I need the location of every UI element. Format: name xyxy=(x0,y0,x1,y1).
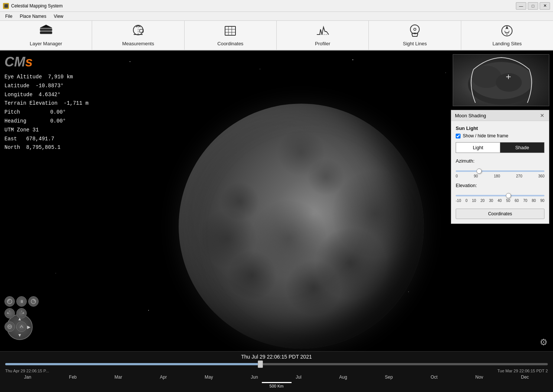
latitude-label: Latitude xyxy=(4,82,29,91)
azimuth-tick-180: 180 xyxy=(494,174,500,178)
month-sep: Sep xyxy=(385,375,393,380)
timeline-center-time: Thu Jul 29 22:06:15 PDT 2021 xyxy=(0,352,553,360)
menu-view[interactable]: View xyxy=(50,13,67,20)
show-hide-checkbox[interactable] xyxy=(456,134,461,138)
tilt-right-button[interactable] xyxy=(28,296,39,307)
moon-container xyxy=(179,104,424,349)
month-jun: Jun xyxy=(251,375,258,380)
el-tick-3: 10 xyxy=(472,199,476,203)
elevation-slider[interactable] xyxy=(456,195,544,196)
latitude-row: Latitude -10.8873° xyxy=(4,82,88,91)
timeline-area: Thu Jul 29 22:06:15 PDT 2021 Thu Apr 29 … xyxy=(0,351,553,392)
settings-gear-button[interactable]: ⚙ xyxy=(540,337,548,347)
move-up-button[interactable] xyxy=(16,321,27,332)
azimuth-tick-90: 90 xyxy=(474,174,478,178)
timeline-end-date: Tue Mar 29 22:06:15 PDT 2 xyxy=(497,369,548,373)
svg-point-19 xyxy=(130,61,130,62)
terrain-value: -1,711 m xyxy=(64,99,88,108)
cms-s-letter: s xyxy=(25,54,33,69)
show-hide-label: Show / hide time frame xyxy=(463,133,508,138)
cms-m-letter: M xyxy=(14,54,25,69)
timeline-months: Jan Feb Mar Apr May Jun Jul Aug Sep Oct … xyxy=(0,374,553,380)
azimuth-section: Azimuth: 0 90 180 270 360 xyxy=(456,158,544,178)
longitude-row: Longitude 4.6342° xyxy=(4,91,88,99)
title-bar-controls: — □ ✕ xyxy=(516,2,550,10)
panel-title: Moon Shading xyxy=(455,113,486,118)
el-tick-8: 60 xyxy=(515,199,519,203)
profiler-icon xyxy=(315,24,330,39)
toolbar-landing-sites[interactable]: Landing Sites xyxy=(461,21,553,50)
close-button[interactable]: ✕ xyxy=(540,2,550,10)
measurements-icon xyxy=(131,24,146,39)
panel-coordinates-button[interactable]: Coordinates xyxy=(456,209,544,219)
timeline-start-date: Thu Apr 29 22:06:15 P... xyxy=(5,369,49,373)
timeline-track xyxy=(5,360,548,368)
window-title: Celestial Mapping System xyxy=(11,3,63,9)
svg-point-22 xyxy=(445,72,446,73)
month-dec: Dec xyxy=(521,375,529,380)
shade-button[interactable]: Shade xyxy=(500,142,544,153)
toolbar-measurements[interactable]: Measurements xyxy=(92,21,184,50)
main-area: CMs Eye Altitude 7,910 km Latitude -10.8… xyxy=(0,50,553,392)
elevation-section: Elevation: -10 0 10 20 30 40 50 60 70 80… xyxy=(456,183,544,203)
tilt-left-button[interactable] xyxy=(4,296,15,307)
toolbar: Layer Manager Measurements Coordinates xyxy=(0,21,553,50)
nav-right-arrow[interactable]: ▶ xyxy=(27,324,30,330)
azimuth-slider[interactable] xyxy=(456,170,544,172)
light-button[interactable]: Light xyxy=(456,142,500,153)
timeline-bottom: 500 Km xyxy=(0,380,553,390)
panel-close-button[interactable]: ✕ xyxy=(539,112,545,118)
toolbar-sight-lines[interactable]: Sight Lines xyxy=(369,21,461,50)
shading-panel: Moon Shading ✕ Sun Light Show / hide tim… xyxy=(451,110,549,224)
title-bar: ⬛ Celestial Mapping System — □ ✕ xyxy=(0,0,553,12)
svg-point-13 xyxy=(410,25,419,34)
toolbar-profiler[interactable]: Profiler xyxy=(277,21,369,50)
minimize-button[interactable]: — xyxy=(516,2,526,10)
azimuth-label: Azimuth: xyxy=(456,158,544,164)
svg-rect-0 xyxy=(40,32,52,34)
toolbar-coordinates[interactable]: Coordinates xyxy=(185,21,277,50)
rotate-right-button[interactable] xyxy=(16,308,27,318)
toolbar-layer-manager[interactable]: Layer Manager xyxy=(0,21,92,50)
pitch-label: Pitch xyxy=(4,108,38,117)
maximize-button[interactable]: □ xyxy=(528,2,538,10)
month-feb: Feb xyxy=(69,375,77,380)
el-tick-6: 40 xyxy=(498,199,502,203)
el-tick-5: 30 xyxy=(489,199,493,203)
eye-altitude-label: Eye Altitude xyxy=(4,73,42,82)
menu-file[interactable]: File xyxy=(1,13,16,20)
longitude-label: Longitude xyxy=(4,91,33,99)
timeline-bar[interactable] xyxy=(5,363,548,365)
svg-point-26 xyxy=(148,310,149,311)
heading-value: 0.00° xyxy=(50,117,66,126)
utm-row: UTM Zone 31 xyxy=(4,126,88,135)
month-oct: Oct xyxy=(430,375,437,380)
eye-altitude-value: 7,910 km xyxy=(48,73,73,82)
east-row: East 678,491.7 xyxy=(4,135,88,144)
info-panel: Eye Altitude 7,910 km Latitude -10.8873°… xyxy=(4,73,88,152)
timeline-handle[interactable] xyxy=(258,360,263,368)
light-shade-toggle: Light Shade xyxy=(456,142,544,153)
minimap xyxy=(453,54,549,106)
nav-down-arrow[interactable]: ▼ xyxy=(17,333,22,338)
minimap-svg xyxy=(453,55,549,106)
tilt-controls: ⏸ xyxy=(4,296,39,307)
zoom-out-arrow-button[interactable] xyxy=(4,321,15,332)
scale-label: 500 Km xyxy=(270,384,284,388)
rotate-left-button[interactable] xyxy=(4,308,15,318)
east-value: 678,491.7 xyxy=(26,135,54,144)
month-aug: Aug xyxy=(339,375,347,380)
toolbar-layer-manager-label: Layer Manager xyxy=(30,41,62,46)
svg-point-27 xyxy=(55,273,56,273)
eye-altitude-row: Eye Altitude 7,910 km xyxy=(4,73,88,82)
heading-row: Heading 0.00° xyxy=(4,117,88,126)
moon xyxy=(179,104,424,349)
month-nov: Nov xyxy=(475,375,483,380)
north-label: North xyxy=(4,143,20,152)
azimuth-tick-270: 270 xyxy=(516,174,523,178)
svg-rect-7 xyxy=(225,26,235,35)
pitch-value: 0.00° xyxy=(50,108,66,117)
pause-button[interactable]: ⏸ xyxy=(16,296,27,307)
utm-label: UTM Zone 31 xyxy=(4,126,39,135)
menu-place-names[interactable]: Place Names xyxy=(16,13,50,20)
